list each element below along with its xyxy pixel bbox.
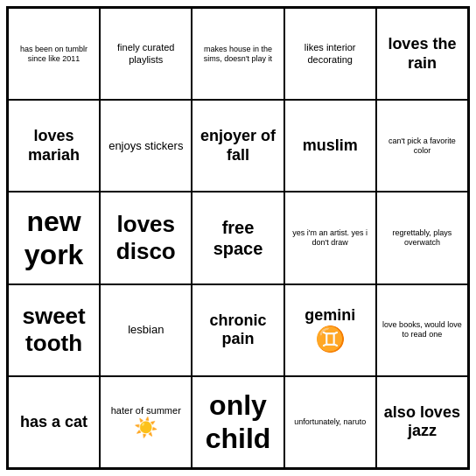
- cell-text-r2c0: new york: [12, 205, 95, 272]
- cell-text-r0c4: loves the rain: [381, 35, 464, 73]
- cell-text-r3c3: gemini: [304, 306, 355, 326]
- cell-r0c0: has been on tumblr since like 2011: [8, 8, 100, 100]
- cell-text-r4c2: only child: [196, 388, 279, 456]
- cell-text-r0c1: finely curated playlists: [104, 42, 187, 65]
- cell-r1c4: can't pick a favorite color: [376, 100, 468, 192]
- cell-r2c2: free space: [192, 192, 284, 284]
- cell-text-r0c0: has been on tumblr since like 2011: [12, 45, 95, 64]
- cell-r2c0: new york: [8, 192, 100, 284]
- cell-text-r3c2: chronic pain: [196, 312, 279, 349]
- cell-r1c2: enjoyer of fall: [192, 100, 284, 192]
- cell-text-r1c3: muslim: [303, 136, 358, 156]
- cell-text-r1c2: enjoyer of fall: [196, 127, 279, 164]
- bingo-card: has been on tumblr since like 2011finely…: [6, 6, 470, 470]
- cell-r4c4: also loves jazz: [376, 376, 468, 468]
- cell-text-r0c3: likes interior decorating: [289, 42, 372, 65]
- cell-r3c2: chronic pain: [192, 284, 284, 376]
- cell-r3c3: gemini♊: [284, 284, 376, 376]
- cell-r0c1: finely curated playlists: [100, 8, 192, 100]
- cell-text-r4c4: also loves jazz: [381, 403, 464, 441]
- sun-icon: ☀️: [111, 416, 181, 439]
- cell-text-r2c1: loves disco: [104, 211, 187, 265]
- cell-r0c4: loves the rain: [376, 8, 468, 100]
- cell-r4c1: hater of summer☀️: [100, 376, 192, 468]
- cell-r2c1: loves disco: [100, 192, 192, 284]
- cell-text-r4c1: hater of summer: [111, 405, 181, 416]
- bingo-grid: has been on tumblr since like 2011finely…: [8, 8, 468, 468]
- cell-text-r4c3: unfortunately, naruto: [294, 417, 366, 427]
- cell-r4c0: has a cat: [8, 376, 100, 468]
- cell-text-r3c4: love books, would love to read one: [381, 320, 464, 340]
- cell-text-r3c0: sweet tooth: [12, 303, 95, 357]
- cell-r2c4: regrettably, plays overwatch: [376, 192, 468, 284]
- cell-text-r4c0: has a cat: [20, 413, 88, 432]
- cell-r3c0: sweet tooth: [8, 284, 100, 376]
- cell-text-r3c1: lesbian: [128, 323, 164, 337]
- cell-r1c3: muslim: [284, 100, 376, 192]
- cell-r4c3: unfortunately, naruto: [284, 376, 376, 468]
- cell-text-r2c4: regrettably, plays overwatch: [381, 228, 464, 248]
- cell-r3c1: lesbian: [100, 284, 192, 376]
- cell-text-r0c2: makes house in the sims, doesn't play it: [196, 45, 279, 64]
- cell-r1c1: enjoys stickers: [100, 100, 192, 192]
- cell-r0c3: likes interior decorating: [284, 8, 376, 100]
- cell-r4c2: only child: [192, 376, 284, 468]
- cell-text-r2c2: free space: [196, 217, 279, 259]
- gemini-icon: ♊: [304, 325, 355, 354]
- cell-text-r1c1: enjoys stickers: [108, 139, 183, 153]
- cell-r2c3: yes i'm an artist. yes i don't draw: [284, 192, 376, 284]
- cell-text-r1c4: can't pick a favorite color: [381, 136, 464, 156]
- cell-r3c4: love books, would love to read one: [376, 284, 468, 376]
- cell-text-r2c3: yes i'm an artist. yes i don't draw: [289, 228, 372, 248]
- cell-r0c2: makes house in the sims, doesn't play it: [192, 8, 284, 100]
- cell-text-r1c0: loves mariah: [12, 127, 95, 164]
- cell-r1c0: loves mariah: [8, 100, 100, 192]
